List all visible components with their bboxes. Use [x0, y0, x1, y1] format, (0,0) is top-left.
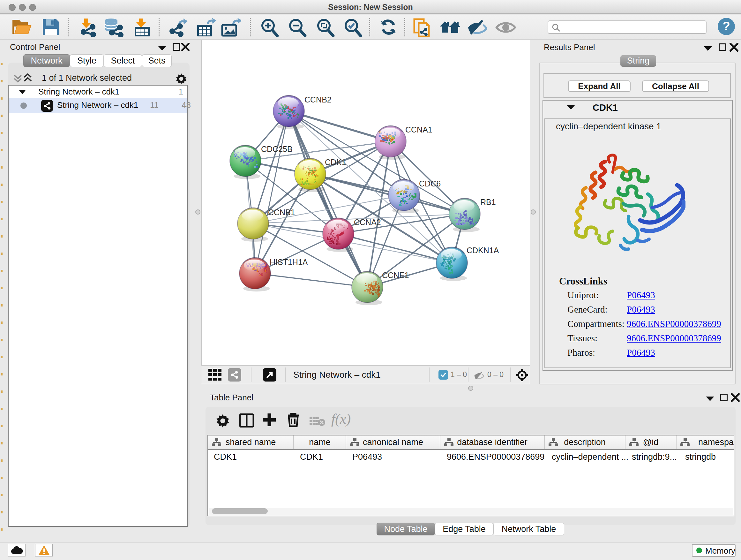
- svg-text:CDKN1A: CDKN1A: [467, 246, 499, 255]
- svg-text:CDC25B: CDC25B: [261, 145, 293, 153]
- svg-text:CCNA1: CCNA1: [405, 125, 432, 134]
- svg-text:CCNB2: CCNB2: [305, 95, 332, 104]
- svg-text:?: ?: [723, 19, 730, 33]
- svg-text:CCNA2: CCNA2: [354, 218, 381, 227]
- svg-text:CDK1: CDK1: [325, 158, 346, 167]
- svg-text:CCNB1: CCNB1: [268, 208, 295, 217]
- svg-text:CCNE1: CCNE1: [382, 271, 409, 280]
- svg-text:CDC6: CDC6: [419, 179, 441, 188]
- svg-text:HIST1H1A: HIST1H1A: [270, 258, 308, 266]
- svg-text:RB1: RB1: [480, 198, 496, 206]
